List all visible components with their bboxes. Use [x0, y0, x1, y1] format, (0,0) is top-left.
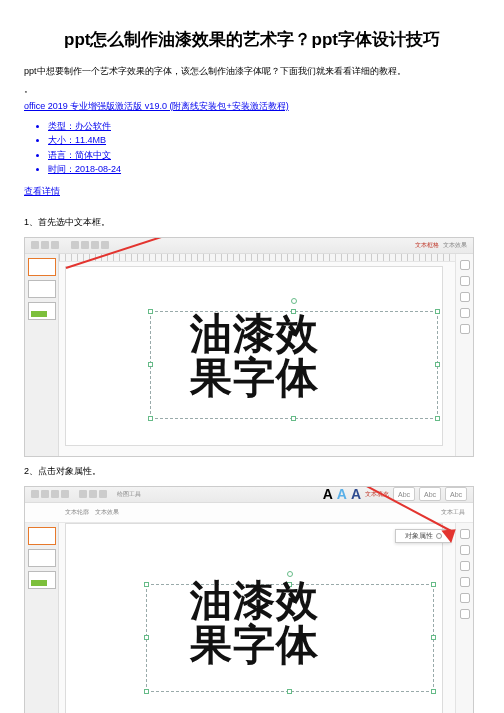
popup-label: 对象属性 [405, 531, 433, 541]
toolbar-row-a: 绘图工具 A A A 文本填充 Abc Abc Abc [25, 487, 473, 503]
art-text-line1: 油漆效 [190, 576, 319, 623]
art-text-line2: 果字体 [190, 354, 319, 401]
intro-spacer: 。 [24, 83, 480, 97]
meta-type[interactable]: 类型：办公软件 [48, 119, 480, 133]
gear-icon [436, 533, 442, 539]
format-hint: 文本工具 [441, 508, 465, 517]
meta-size[interactable]: 大小：11.4MB [48, 133, 480, 147]
sb-icon[interactable] [460, 260, 470, 270]
art-text-line2: 果字体 [190, 621, 319, 668]
shape-style[interactable]: Abc [419, 487, 441, 501]
thumb-1[interactable] [28, 527, 56, 545]
sb-icon[interactable] [460, 609, 470, 619]
toolbar-right-2: 文本效果 [443, 241, 467, 250]
download-link[interactable]: office 2019 专业增强版激活版 v19.0 (附离线安装包+安装激活教… [24, 100, 289, 113]
toolbar-right-1: 文本框格 [415, 241, 439, 250]
right-sidebar [455, 254, 473, 456]
step-2: 2、点击对象属性。 [24, 465, 480, 478]
slide-canvas: 油漆效 果字体 [65, 266, 443, 446]
text-effect-button[interactable]: 文本效果 [95, 508, 119, 517]
shape-style[interactable]: Abc [393, 487, 415, 501]
wordart-a2-icon[interactable]: A [337, 486, 347, 502]
detail-link[interactable]: 查看详情 [24, 185, 60, 198]
sb-icon[interactable] [460, 545, 470, 555]
wordart-a1-icon[interactable]: A [323, 486, 333, 502]
step-1: 1、首先选中文本框。 [24, 216, 480, 229]
ruler [59, 254, 473, 262]
thumb-1[interactable] [28, 258, 56, 276]
sb-icon[interactable] [460, 308, 470, 318]
rotate-handle-icon[interactable] [291, 298, 297, 304]
art-text[interactable]: 油漆效 果字体 [190, 311, 319, 399]
slide-canvas: 油漆效 果字体 [65, 523, 443, 713]
sb-icon[interactable] [460, 292, 470, 302]
art-text-line1: 油漆效 [190, 309, 319, 356]
sb-icon[interactable] [460, 577, 470, 587]
meta-lang[interactable]: 语言：简体中文 [48, 148, 480, 162]
toolbar-hint: 绘图工具 [117, 490, 141, 499]
text-outline-button[interactable]: 文本轮廓 [65, 508, 89, 517]
thumb-3[interactable] [28, 302, 56, 320]
page-title: ppt怎么制作油漆效果的艺术字？ppt字体设计技巧 [24, 28, 480, 51]
slide-thumbnails [25, 523, 59, 713]
screenshot-2: 绘图工具 A A A 文本填充 Abc Abc Abc 文本轮廓 文本效果 文本… [24, 486, 474, 713]
screenshot-1: 文本框格 文本效果 油漆效 果字体 [24, 237, 474, 457]
sb-icon[interactable] [460, 561, 470, 571]
meta-list: 类型：办公软件 大小：11.4MB 语言：简体中文 时间：2018-08-24 [48, 119, 480, 177]
toolbar-row: 文本框格 文本效果 [25, 238, 473, 254]
thumb-2[interactable] [28, 280, 56, 298]
sb-icon[interactable] [460, 276, 470, 286]
thumb-3[interactable] [28, 571, 56, 589]
meta-date[interactable]: 时间：2018-08-24 [48, 162, 480, 176]
wordart-a3-icon[interactable]: A [351, 486, 361, 502]
shape-style[interactable]: Abc [445, 487, 467, 501]
sb-icon[interactable] [460, 529, 470, 539]
right-sidebar [455, 523, 473, 713]
thumb-2[interactable] [28, 549, 56, 567]
art-text[interactable]: 油漆效 果字体 [190, 578, 319, 666]
slide-thumbnails [25, 254, 59, 456]
sb-icon[interactable] [460, 324, 470, 334]
intro-text: ppt中想要制作一个艺术字效果的字体，该怎么制作油漆字体呢？下面我们就来看看详细… [24, 65, 480, 79]
sb-icon[interactable] [460, 593, 470, 603]
